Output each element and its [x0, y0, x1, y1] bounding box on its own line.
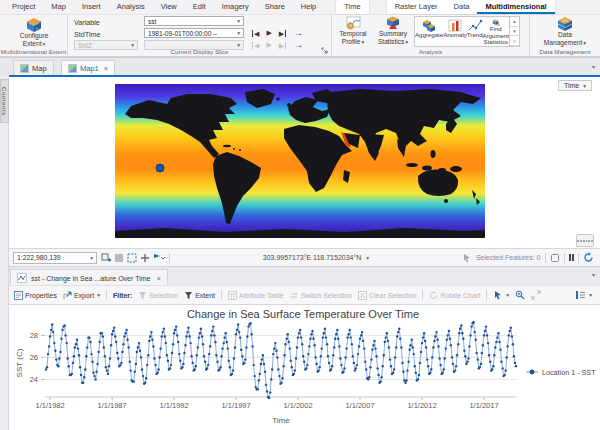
view-tab-map[interactable]: Map	[13, 60, 54, 76]
filter-extent-button[interactable]: Extent	[184, 291, 215, 300]
tab-multidimensional[interactable]: Multidimensional	[477, 0, 554, 14]
scale-input[interactable]: 1:222,980,139▾	[13, 252, 97, 264]
tab-analysis[interactable]: Analysis	[109, 0, 153, 14]
dropdown-caret: ▾	[506, 292, 509, 298]
contextual-tab-group: Raster Layer Data Multidimensional	[387, 0, 555, 14]
anomaly-button[interactable]: Anomaly	[443, 17, 467, 46]
trend-button[interactable]: Trend	[467, 17, 483, 46]
dropdown-caret: ▾	[97, 292, 100, 298]
tab-view[interactable]: View	[153, 0, 185, 14]
group-label-data-management: Data Management	[530, 48, 600, 55]
dropdown-caret: ▾	[405, 39, 408, 45]
svg-text:1/1/2007: 1/1/2007	[345, 401, 374, 410]
attribute-table-button[interactable]: Attribute Table	[228, 291, 284, 300]
rotate-icon	[429, 291, 438, 300]
dashed-selection-icon[interactable]	[127, 253, 137, 263]
tab-insert[interactable]: Insert	[74, 0, 109, 14]
tab-map[interactable]: Map	[43, 0, 74, 14]
play-button[interactable]: ▶	[266, 29, 271, 37]
plus-icon[interactable]	[140, 253, 150, 263]
variable-label: Variable	[74, 18, 100, 27]
stdtime-label: StdTime	[74, 30, 101, 39]
funnel-icon	[184, 291, 193, 300]
dropdown-caret: ▾	[42, 41, 45, 47]
map-view[interactable]: Time ▾	[0, 77, 600, 248]
next-slice-button[interactable]: →	[293, 28, 303, 38]
chart-icon	[17, 273, 27, 283]
group-data-management: Data Management▾ Data Management	[530, 15, 600, 56]
tab-overflow-chevron-icon[interactable]: ▾	[592, 63, 595, 70]
selected-features-count: Selected Features: 0	[476, 254, 541, 261]
location-1-marker[interactable]	[156, 164, 164, 172]
tab-share[interactable]: Share	[257, 0, 293, 14]
svg-text:1/1/2017: 1/1/2017	[469, 401, 498, 410]
step-forward-button[interactable]: ▶	[279, 30, 286, 37]
square-icon[interactable]	[114, 253, 124, 263]
svg-text:1/1/2012: 1/1/2012	[407, 401, 436, 410]
find-argument-statistics-button[interactable]: Find Argument Statistics	[483, 17, 509, 46]
dialog-launcher-icon[interactable]	[321, 47, 328, 54]
rotate-chart-button[interactable]: Rotate Chart	[429, 291, 480, 300]
multidimensional-cube-icon	[26, 17, 42, 32]
aggregate-button[interactable]: Aggregate	[415, 17, 443, 46]
tab-data[interactable]: Data	[446, 0, 478, 14]
grid-plus-icon[interactable]	[101, 253, 111, 263]
svg-text:24: 24	[30, 375, 38, 384]
sst-chart[interactable]: 2426281/1/19821/1/19871/1/19921/1/19971/…	[0, 305, 600, 430]
box-icon[interactable]	[550, 253, 560, 263]
legend-list-icon	[575, 290, 586, 300]
close-icon[interactable]: ×	[104, 64, 108, 73]
gallery-scroll-up-icon[interactable]: ▴	[510, 17, 519, 27]
chart-pointer-tool[interactable]: ▾	[493, 290, 509, 300]
time-step-controls: ◀ ▶ ▶ →	[252, 28, 303, 38]
pause-drawing-icon[interactable]	[569, 254, 575, 261]
stdtime-select[interactable]: 1981-09-01T00:00:00 –▾	[144, 28, 244, 38]
close-icon[interactable]: ×	[156, 274, 160, 283]
time-overlay-button[interactable]: Time ▾	[558, 80, 592, 91]
gallery-expand-icon[interactable]: ▿	[510, 36, 519, 46]
chart-zoom-tool[interactable]	[515, 290, 525, 300]
tab-time[interactable]: Time	[336, 0, 368, 14]
clear-selection-button[interactable]: Clear Selection	[358, 291, 416, 300]
step-back-button[interactable]: ◀	[252, 30, 259, 37]
panel-overflow-chevron-icon[interactable]: ▾	[592, 271, 595, 278]
analysis-gallery: Aggregate Anomaly Trend	[414, 16, 520, 47]
selection-cursor-icon	[462, 253, 472, 263]
chart-panel-tab[interactable]: sst - Change in Sea ...ature Over Time ×	[10, 269, 168, 286]
filter-selection-button[interactable]: Selection	[138, 291, 178, 300]
tab-help[interactable]: Help	[293, 0, 324, 14]
y-axis-label: SST (C)	[15, 348, 24, 377]
export-button[interactable]: Export ▾	[63, 291, 100, 300]
summary-statistics-button[interactable]: Summary Statistics▾	[374, 16, 412, 46]
switch-selection-button[interactable]: Switch Selection	[290, 291, 352, 300]
contents-pane-tab[interactable]: Contents	[0, 79, 9, 123]
x-axis-label: Time	[272, 416, 290, 425]
temporal-profile-button[interactable]: Temporal Profile▾	[334, 16, 372, 46]
tab-project[interactable]: Project	[4, 0, 43, 14]
properties-button[interactable]: Properties	[14, 291, 57, 300]
variable-select[interactable]: sst▾	[144, 16, 244, 26]
export-icon	[63, 291, 72, 300]
chart-panel-tab-bar: sst - Change in Sea ...ature Over Time ×…	[0, 266, 600, 285]
gallery-scroll-down-icon[interactable]: ▾	[510, 27, 519, 37]
group-label-extent: Multidimensional Extent	[0, 48, 67, 55]
data-management-button[interactable]: Data Management▾	[543, 16, 587, 47]
sst-raster-map[interactable]	[115, 84, 485, 238]
map-icon	[68, 64, 77, 73]
full-extent-arrows-icon	[531, 290, 541, 300]
tab-edit[interactable]: Edit	[185, 0, 214, 14]
chart-title: Change in Sea Surface Temperature Over T…	[187, 308, 419, 320]
refresh-icon[interactable]	[583, 252, 594, 263]
coordinates-readout[interactable]: 303.9957173°E 118.7152034°N ▾	[174, 254, 458, 261]
view-tab-map1[interactable]: Map1 ×	[61, 60, 115, 76]
flag-icon[interactable]	[153, 253, 165, 263]
pointer-icon	[493, 290, 503, 300]
tab-imagery[interactable]: Imagery	[214, 0, 257, 14]
chart-full-extent-tool[interactable]	[531, 290, 541, 300]
collapsed-pane-strip: Contents	[0, 77, 9, 430]
group-label-slice: Current Display Slice	[68, 48, 331, 55]
configure-extent-button[interactable]: Configure Extent▾	[10, 17, 58, 48]
screen-grid-icon[interactable]	[576, 234, 594, 247]
tab-raster-layer[interactable]: Raster Layer	[387, 0, 446, 14]
chart-legend-toggle[interactable]: ▾	[575, 290, 592, 300]
